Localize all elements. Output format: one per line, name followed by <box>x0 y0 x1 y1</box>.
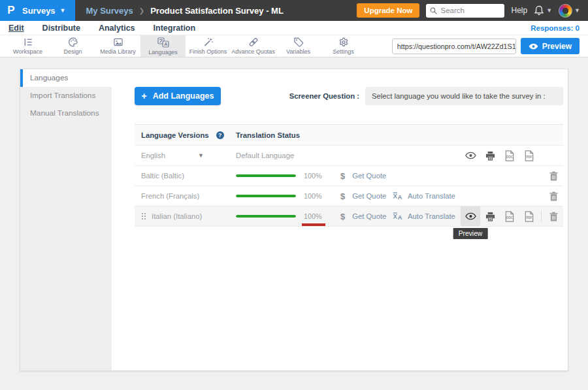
preview-eye-button-hovered[interactable]: Preview <box>461 206 480 226</box>
tool-advance-quotas[interactable]: Advance Quotas <box>231 35 276 57</box>
bell-icon <box>534 5 544 16</box>
languages-content: + Add Languages Screener Question : Sele… <box>112 69 580 370</box>
languages-sidebar: Languages Import Translations Manual Tra… <box>20 69 112 370</box>
svg-text:A: A <box>398 194 402 201</box>
get-quote-link[interactable]: Get Quote <box>352 192 386 200</box>
preview-eye-button[interactable] <box>461 146 480 165</box>
search-input[interactable] <box>440 7 499 14</box>
auto-translate-button[interactable]: A Auto Translate <box>393 212 461 221</box>
translation-progress-bar <box>236 215 296 218</box>
delete-language-button[interactable] <box>544 166 563 186</box>
sidebar-item-languages[interactable]: Languages <box>20 69 112 87</box>
tool-label: Finish Options <box>189 48 227 55</box>
add-languages-label: Add Languages <box>153 91 214 101</box>
header-translation-status-label: Translation Status <box>236 131 300 139</box>
row-actions <box>544 166 563 186</box>
brand-area: P Surveys ▼ <box>0 0 75 21</box>
tool-workspace[interactable]: Workspace <box>5 35 50 57</box>
global-search[interactable] <box>426 4 504 18</box>
add-languages-button[interactable]: + Add Languages <box>135 87 221 105</box>
eye-icon <box>529 43 538 50</box>
sidebar-item-import-translations[interactable]: Import Translations <box>20 87 112 105</box>
quote-cell: $ Get Quote <box>340 212 393 221</box>
image-icon <box>113 37 123 47</box>
tool-media-library[interactable]: Media Library <box>95 35 140 57</box>
palette-icon <box>68 37 78 47</box>
doc-file-icon: DOC <box>504 211 515 222</box>
pdf-file-icon: PDF <box>524 211 534 222</box>
tab-edit[interactable]: Edit <box>8 24 24 33</box>
export-pdf-button[interactable]: PDF <box>519 146 539 165</box>
responses-count[interactable]: Responses: 0 <box>531 24 580 32</box>
export-doc-button[interactable]: DOC <box>500 206 519 226</box>
print-button[interactable] <box>480 206 500 226</box>
print-button[interactable] <box>480 146 500 165</box>
chevron-down-icon: ▼ <box>60 8 66 14</box>
tool-label: Media Library <box>100 48 136 55</box>
account-menu[interactable]: ▼ <box>559 4 580 18</box>
get-quote-link[interactable]: Get Quote <box>352 212 386 220</box>
language-name-cell: French (Français) <box>135 192 236 200</box>
notifications-menu[interactable]: ▼ <box>534 5 552 16</box>
preview-button-label: Preview <box>542 42 572 51</box>
default-language-dropdown[interactable]: English ▼ <box>141 152 204 159</box>
status-cell: 100% <box>236 172 340 180</box>
export-pdf-button[interactable]: PDF <box>519 206 539 226</box>
dollar-icon: $ <box>340 191 345 201</box>
translation-percent: 100% <box>304 172 322 180</box>
translation-percent: 100% <box>304 192 322 200</box>
export-doc-button[interactable]: DOC <box>500 146 519 165</box>
topbar-right: Upgrade Now Help ▼ ▼ <box>357 3 588 18</box>
delete-language-button[interactable] <box>544 186 563 206</box>
upgrade-now-button[interactable]: Upgrade Now <box>357 3 419 18</box>
questionpro-logo[interactable]: P <box>0 4 22 17</box>
drag-handle-icon[interactable] <box>141 212 146 220</box>
language-name: Baltic (Baltic) <box>141 172 184 180</box>
tool-languages[interactable]: A Languages <box>140 35 186 57</box>
row-actions: DOC PDF <box>461 146 563 165</box>
tool-finish-options[interactable]: Finish Options <box>186 35 231 57</box>
surveys-product-menu[interactable]: Surveys ▼ <box>22 6 66 16</box>
dollar-icon: $ <box>340 212 345 221</box>
tab-analytics[interactable]: Analytics <box>99 24 135 33</box>
screener-question-label: Screener Question : <box>289 92 359 100</box>
sidebar-item-manual-translations[interactable]: Manual Translations <box>20 105 112 122</box>
preview-tooltip: Preview <box>453 228 488 239</box>
language-name: French (Français) <box>141 192 199 200</box>
tab-distribute[interactable]: Distribute <box>42 24 80 33</box>
svg-text:DOC: DOC <box>506 216 514 219</box>
workspace-icon <box>23 37 33 47</box>
tool-label: Advance Quotas <box>231 48 275 55</box>
pdf-file-icon: PDF <box>524 150 534 161</box>
preview-button[interactable]: Preview <box>521 38 580 54</box>
get-quote-link[interactable]: Get Quote <box>352 172 386 180</box>
help-question-icon[interactable]: ? <box>216 131 224 139</box>
tool-design[interactable]: Design <box>50 35 95 57</box>
row-actions <box>544 186 563 206</box>
svg-text:DOC: DOC <box>506 155 514 159</box>
tab-integration[interactable]: Integration <box>154 24 196 33</box>
survey-nav: Edit Distribute Analytics Integration Re… <box>0 21 588 35</box>
survey-url: https://questionpro.com/t/AW22Zd1S1 <box>397 42 516 50</box>
dollar-icon: $ <box>340 171 345 181</box>
chain-link-icon <box>248 37 259 47</box>
printer-icon <box>485 151 495 161</box>
doc-file-icon: DOC <box>504 150 515 161</box>
delete-language-button[interactable] <box>544 206 563 226</box>
table-row-french: French (Français) 100% $ Get Quote A Aut… <box>135 186 563 206</box>
tool-label: Settings <box>333 48 354 55</box>
tool-variables[interactable]: Variables <box>276 35 321 57</box>
header-translation-status: Translation Status <box>236 131 340 139</box>
auto-translate-button[interactable]: A Auto Translate <box>393 191 461 201</box>
breadcrumb-separator-icon: ❯ <box>139 7 144 14</box>
screener-question-select[interactable]: Select language you would like to take t… <box>365 87 563 105</box>
survey-url-field[interactable]: https://questionpro.com/t/AW22Zd1S1 <box>392 39 516 54</box>
help-link[interactable]: Help <box>511 6 527 15</box>
tool-settings[interactable]: Settings <box>321 35 366 57</box>
search-icon <box>430 7 437 14</box>
breadcrumb-my-surveys[interactable]: My Surveys <box>86 6 133 16</box>
language-name-cell: Baltic (Baltic) <box>135 172 236 180</box>
auto-translate-label: Auto Translate <box>408 192 455 200</box>
trash-icon <box>549 171 558 181</box>
language-versions-table: Language Versions ? Translation Status E… <box>135 124 563 227</box>
